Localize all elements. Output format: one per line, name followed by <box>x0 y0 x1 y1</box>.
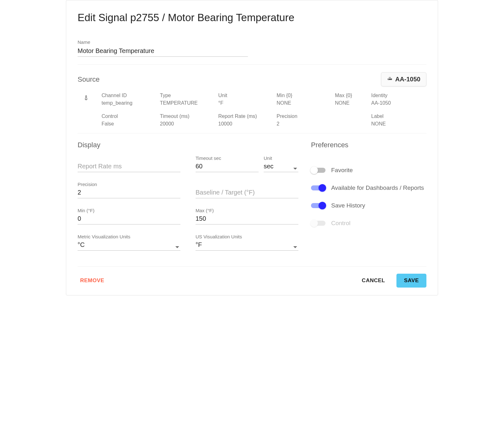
metric-vis-label: Metric Visualization Units <box>78 234 180 239</box>
remove-button[interactable]: REMOVE <box>78 274 111 288</box>
metric-vis-field[interactable]: Metric Visualization Units °C <box>78 234 180 251</box>
source-header-row: Source AA-1050 <box>78 72 426 86</box>
name-field-group: Name <box>78 39 248 57</box>
source-type: Type TEMPERATURE <box>160 93 215 106</box>
min-field: Min (°F) <box>78 208 180 224</box>
source-label: Label NONE <box>371 114 426 127</box>
metric-vis-select[interactable]: °C <box>78 241 180 251</box>
precision-label: Precision <box>78 182 180 187</box>
available-toggle[interactable] <box>311 185 325 190</box>
available-label: Available for Dashboards / Reports <box>331 184 424 191</box>
report-rate-input[interactable] <box>78 162 180 172</box>
source-grid-wrap: Channel ID temp_bearing Type TEMPERATURE… <box>78 93 426 127</box>
timeout-sec-field: Timeout sec <box>196 155 259 172</box>
control-label: Control <box>331 220 350 227</box>
max-field: Max (°F) <box>196 208 298 224</box>
preferences-column: Preferences Favorite Available for Dashb… <box>311 141 426 251</box>
favorite-toggle[interactable] <box>311 168 325 173</box>
source-min: Min {0} NONE <box>277 93 332 106</box>
control-toggle <box>311 221 325 226</box>
precision-field: Precision <box>78 182 180 198</box>
name-label: Name <box>78 39 248 45</box>
timeout-unit-select[interactable]: sec <box>264 162 298 172</box>
pref-save-history-row: Save History <box>311 202 426 209</box>
display-column: Display Timeout sec Unit sec <box>78 141 298 251</box>
timeout-sec-input[interactable] <box>196 162 259 172</box>
source-timeout: Timeout (ms) 20000 <box>160 114 215 127</box>
pref-available-row: Available for Dashboards / Reports <box>311 184 426 191</box>
timeout-unit-label: Unit <box>264 155 298 161</box>
preferences-heading: Preferences <box>311 141 426 149</box>
save-history-label: Save History <box>331 202 365 209</box>
footer-right: CANCEL SAVE <box>355 274 426 288</box>
source-chip-label: AA-1050 <box>395 76 420 83</box>
source-spacer <box>335 114 368 127</box>
source-report-rate: Report Rate (ms) 10000 <box>218 114 273 127</box>
report-rate-field <box>78 162 180 172</box>
display-grid: Timeout sec Unit sec Precision <box>78 155 298 251</box>
source-chip[interactable]: AA-1050 <box>381 72 426 86</box>
timeout-dual: Timeout sec Unit sec <box>196 155 298 172</box>
timeout-unit-field[interactable]: Unit sec <box>264 155 298 172</box>
favorite-label: Favorite <box>331 167 353 174</box>
max-label: Max (°F) <box>196 208 298 213</box>
timeout-sec-label: Timeout sec <box>196 155 259 161</box>
dialog-footer: REMOVE CANCEL SAVE <box>78 266 426 288</box>
us-vis-field[interactable]: US Visualization Units °F <box>196 234 298 251</box>
min-label: Min (°F) <box>78 208 180 213</box>
us-vis-label: US Visualization Units <box>196 234 298 239</box>
divider <box>78 64 426 65</box>
baseline-field <box>196 188 298 198</box>
us-vis-select[interactable]: °F <box>196 241 298 251</box>
main-columns: Display Timeout sec Unit sec <box>78 141 426 251</box>
source-channel-id: Channel ID temp_bearing <box>102 93 157 106</box>
save-history-toggle[interactable] <box>311 203 325 208</box>
save-button[interactable]: SAVE <box>396 274 426 288</box>
router-icon <box>387 76 393 83</box>
source-identity: Identity AA-1050 <box>371 93 426 106</box>
source-control: Control False <box>102 114 157 127</box>
display-heading: Display <box>78 141 298 149</box>
max-input[interactable] <box>196 214 298 224</box>
cancel-button[interactable]: CANCEL <box>355 274 391 288</box>
thermometer-icon <box>78 93 89 103</box>
source-max: Max {0} NONE <box>335 93 368 106</box>
source-heading: Source <box>78 75 100 84</box>
pref-favorite-row: Favorite <box>311 167 426 174</box>
min-input[interactable] <box>78 214 180 224</box>
edit-signal-dialog: Edit Signal p2755 / Motor Bearing Temper… <box>66 0 438 295</box>
baseline-input[interactable] <box>196 188 298 198</box>
divider <box>78 133 426 133</box>
source-precision: Precision 2 <box>277 114 332 127</box>
page-title: Edit Signal p2755 / Motor Bearing Temper… <box>78 12 426 24</box>
pref-control-row: Control <box>311 220 426 227</box>
precision-input[interactable] <box>78 188 180 198</box>
name-input[interactable] <box>78 47 248 57</box>
source-grid: Channel ID temp_bearing Type TEMPERATURE… <box>102 93 426 127</box>
source-unit: Unit °F <box>218 93 273 106</box>
